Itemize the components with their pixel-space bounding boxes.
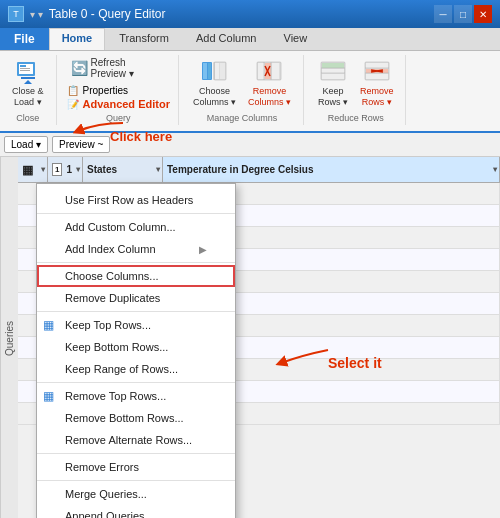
close-group-label: Close <box>16 113 39 123</box>
keep-rows-button[interactable]: KeepRows ▾ <box>314 55 352 111</box>
title-text: Table 0 - Query Editor <box>49 7 166 21</box>
submenu-arrow-icon: ▶ <box>199 244 207 255</box>
svg-rect-24 <box>322 69 344 73</box>
app-icon: T <box>8 6 24 22</box>
choose-columns-menu-label: Choose Columns... <box>65 270 159 282</box>
query-group: 🔄 RefreshPreview ▾ 📋 Properties 📝 Advanc… <box>65 55 179 125</box>
keep-top-rows-label: Keep Top Rows... <box>65 319 151 331</box>
remove-bottom-rows-label: Remove Bottom Rows... <box>65 412 184 424</box>
reduce-rows-label: Reduce Rows <box>328 113 384 123</box>
remove-alternate-rows-item[interactable]: Remove Alternate Rows... <box>37 429 235 451</box>
svg-rect-25 <box>322 74 344 79</box>
col-num-dropdown: ▾ <box>76 165 80 174</box>
use-first-row-item[interactable]: Use First Row as Headers <box>37 189 235 211</box>
dropdown-menu: Use First Row as Headers Add Custom Colu… <box>36 183 236 518</box>
add-index-column-item[interactable]: Add Index Column ▶ <box>37 238 235 260</box>
properties-label[interactable]: Properties <box>83 85 129 96</box>
view-tab[interactable]: View <box>271 28 321 50</box>
col-header-number[interactable]: 1 1 ▾ <box>48 157 83 182</box>
keep-range-rows-item[interactable]: Keep Range of Rows... <box>37 358 235 380</box>
append-queries-item[interactable]: Append Queries... <box>37 505 235 518</box>
keep-bottom-rows-item[interactable]: Keep Bottom Rows... <box>37 336 235 358</box>
svg-rect-2 <box>20 65 26 67</box>
window-controls[interactable]: ─ □ ✕ <box>434 5 492 23</box>
queries-sidebar: Queries <box>0 157 18 518</box>
close-load-button[interactable]: Close & Load ▾ <box>8 55 48 111</box>
refresh-icon: 🔄 <box>71 60 88 76</box>
col-header-menu[interactable]: ▦ ▾ <box>18 157 48 182</box>
title-bar: T ▾ ▾ Table 0 - Query Editor ─ □ ✕ <box>0 0 500 28</box>
svg-rect-5 <box>21 77 35 79</box>
preview-button[interactable]: Preview ~ <box>52 136 110 153</box>
choose-columns-button[interactable]: ChooseColumns ▾ <box>189 55 240 111</box>
menu-section-5: ▦ Remove Top Rows... Remove Bottom Rows.… <box>37 383 235 454</box>
remove-duplicates-label: Remove Duplicates <box>65 292 160 304</box>
ribbon-content: Close & Load ▾ Close 🔄 RefreshPreview ▾ … <box>0 51 500 133</box>
add-index-column-label: Add Index Column <box>65 243 156 255</box>
choose-columns-icon <box>200 58 228 86</box>
table-header: ▦ ▾ 1 1 ▾ States ▾ Temperature in Degree… <box>18 157 500 183</box>
remove-rows-icon <box>363 58 391 86</box>
svg-rect-23 <box>322 63 344 68</box>
keep-range-rows-label: Keep Range of Rows... <box>65 363 178 375</box>
refresh-preview-button[interactable]: 🔄 RefreshPreview ▾ <box>67 55 170 81</box>
menu-section-4: ▦ Keep Top Rows... Keep Bottom Rows... K… <box>37 312 235 383</box>
merge-queries-item[interactable]: Merge Queries... <box>37 483 235 505</box>
file-tab[interactable]: File <box>0 28 49 50</box>
col-header-states[interactable]: States ▾ <box>83 157 163 182</box>
table-menu-icon: ▦ <box>22 163 33 177</box>
close-group: Close & Load ▾ Close <box>6 55 57 125</box>
choose-columns-label: ChooseColumns ▾ <box>193 86 236 108</box>
reduce-rows-group: KeepRows ▾ RemoveRows ▾ <box>312 55 407 125</box>
svg-rect-3 <box>20 68 30 69</box>
col-header-temp-label: Temperature in Degree Celsius <box>167 164 314 175</box>
menu-section-6: Remove Errors <box>37 454 235 481</box>
col-header-states-label: States <box>87 164 117 175</box>
toolbar-row: Load ▾ Preview ~ <box>0 133 500 157</box>
svg-rect-29 <box>366 63 388 68</box>
close-button[interactable]: ✕ <box>474 5 492 23</box>
manage-columns-group: ChooseColumns ▾ RemoveColumns ▾ <box>187 55 304 125</box>
remove-errors-item[interactable]: Remove Errors <box>37 456 235 478</box>
close-load-icon <box>14 58 42 86</box>
menu-section-3: Choose Columns... Remove Duplicates <box>37 263 235 312</box>
close-load-label: Close & Load ▾ <box>12 86 44 108</box>
merge-queries-label: Merge Queries... <box>65 488 147 500</box>
choose-columns-item[interactable]: Choose Columns... <box>37 265 235 287</box>
keep-top-rows-item[interactable]: ▦ Keep Top Rows... <box>37 314 235 336</box>
append-queries-label: Append Queries... <box>65 510 154 518</box>
remove-columns-button[interactable]: RemoveColumns ▾ <box>244 55 295 111</box>
menu-section-1: Use First Row as Headers <box>37 187 235 214</box>
minimize-button[interactable]: ─ <box>434 5 452 23</box>
svg-marker-6 <box>24 80 32 84</box>
remove-duplicates-item[interactable]: Remove Duplicates <box>37 287 235 309</box>
col-header-temp[interactable]: Temperature in Degree Celsius ▾ <box>163 157 500 182</box>
remove-top-rows-item[interactable]: ▦ Remove Top Rows... <box>37 385 235 407</box>
remove-errors-label: Remove Errors <box>65 461 139 473</box>
keep-rows-icon <box>319 58 347 86</box>
advanced-editor-label[interactable]: Advanced Editor <box>83 98 170 110</box>
quick-access: ▾ ▾ <box>30 9 43 20</box>
use-first-row-label: Use First Row as Headers <box>65 194 193 206</box>
remove-rows-button[interactable]: RemoveRows ▾ <box>356 55 398 111</box>
menu-section-7: Merge Queries... Append Queries... <box>37 481 235 518</box>
svg-rect-12 <box>220 63 225 79</box>
add-column-tab[interactable]: Add Column <box>183 28 270 50</box>
properties-icon: 📋 <box>67 85 79 96</box>
remove-rows-label: RemoveRows ▾ <box>360 86 394 108</box>
menu-section-2: Add Custom Column... Add Index Column ▶ <box>37 214 235 263</box>
remove-columns-icon <box>255 58 283 86</box>
load-button[interactable]: Load ▾ <box>4 136 48 153</box>
ribbon-tabs: File Home Transform Add Column View <box>0 28 500 51</box>
add-custom-column-item[interactable]: Add Custom Column... <box>37 216 235 238</box>
maximize-button[interactable]: □ <box>454 5 472 23</box>
advanced-editor-icon: 📝 <box>67 99 79 110</box>
svg-rect-17 <box>272 63 279 79</box>
remove-bottom-rows-item[interactable]: Remove Bottom Rows... <box>37 407 235 429</box>
transform-tab[interactable]: Transform <box>106 28 182 50</box>
svg-rect-4 <box>20 70 30 71</box>
svg-rect-31 <box>366 74 388 79</box>
col-type-icon-num: 1 <box>52 163 62 176</box>
home-tab[interactable]: Home <box>49 28 106 50</box>
svg-rect-8 <box>203 63 207 79</box>
